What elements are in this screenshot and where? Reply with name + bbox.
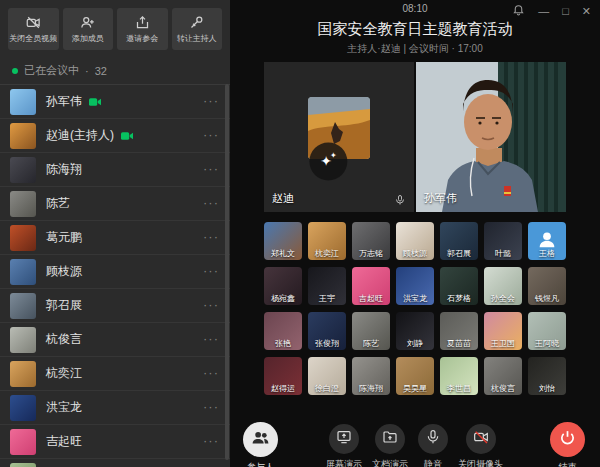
grid-name-label: 万志铭 <box>352 248 390 259</box>
participant-row[interactable]: 陈海翔 ··· <box>0 153 230 187</box>
grid-tile[interactable]: 孙全会 <box>484 267 522 305</box>
meeting-subtitle: 主持人·赵迪 | 会议时间 · 17:00 <box>230 42 600 56</box>
participant-row[interactable]: 李世昌 ··· <box>0 459 230 467</box>
power-icon <box>559 429 576 450</box>
participant-name: 陈艺 <box>46 195 70 212</box>
grid-tile[interactable]: 万志铭 <box>352 222 390 260</box>
grid-tile[interactable]: 石梦格 <box>440 267 478 305</box>
avatar <box>10 123 36 149</box>
more-options-button[interactable]: ··· <box>203 93 219 108</box>
avatar <box>10 89 36 115</box>
minimize-icon[interactable]: — <box>538 5 549 18</box>
maximize-icon[interactable]: □ <box>562 5 569 18</box>
grid-tile[interactable]: 洪宝龙 <box>396 267 434 305</box>
grid-name-label: 陈艺 <box>352 338 390 349</box>
grid-tile[interactable]: 张俊翔 <box>308 312 346 350</box>
participant-row[interactable]: 杭俊言 ··· <box>0 323 230 357</box>
meeting-title: 国家安全教育日主题教育活动 <box>230 20 600 39</box>
participant-name: 杭奕江 <box>46 365 82 382</box>
participant-name: 葛元鹏 <box>46 229 82 246</box>
video-feed <box>416 62 566 212</box>
more-options-button[interactable]: ··· <box>203 331 219 346</box>
bell-icon[interactable] <box>512 3 525 19</box>
end-meeting-button[interactable]: 结束 <box>550 422 585 467</box>
grid-tile[interactable]: 杭俊言 <box>484 357 522 395</box>
grid-name-label: 钱煜凡 <box>528 293 566 304</box>
more-options-button[interactable]: ··· <box>203 127 219 142</box>
grid-tile[interactable]: 王宇 <box>308 267 346 305</box>
grid-name-label: 郭召展 <box>440 248 478 259</box>
avatar <box>10 429 36 455</box>
grid-name-label: 王宇 <box>308 293 346 304</box>
grid-name-label: 杨宛鑫 <box>264 293 302 304</box>
meeting-status-header: 已在会议中 · 32 <box>0 56 230 85</box>
grid-tile[interactable]: 王卫国 <box>484 312 522 350</box>
grid-tile[interactable]: 李世昌 <box>440 357 478 395</box>
avatar <box>10 361 36 387</box>
participant-row[interactable]: 孙军伟 ··· <box>0 85 230 119</box>
close-icon[interactable]: ✕ <box>582 5 591 18</box>
more-options-button[interactable]: ··· <box>203 297 219 312</box>
sidebar-scrollbar[interactable] <box>225 84 229 460</box>
toolbar-button[interactable]: 转让主持人 <box>172 8 223 50</box>
video-on-icon <box>120 130 134 142</box>
footer-button[interactable]: 静音 <box>418 424 448 467</box>
more-options-button[interactable]: ··· <box>203 399 219 414</box>
more-options-button[interactable]: ··· <box>203 195 219 210</box>
meeting-main-area: 08:10 — □ ✕ 国家安全教育日主题教育活动 主持人·赵迪 | 会议时间 … <box>230 0 600 467</box>
grid-tile[interactable]: 杭奕江 <box>308 222 346 260</box>
participant-row[interactable]: 赵迪(主持人) ··· <box>0 119 230 153</box>
status-label: 已在会议中 <box>24 63 79 78</box>
grid-tile[interactable]: 昊昊星 <box>396 357 434 395</box>
grid-tile[interactable]: 刘怡 <box>528 357 566 395</box>
grid-tile[interactable]: 郑礼文 <box>264 222 302 260</box>
participant-row[interactable]: 吉起旺 ··· <box>0 425 230 459</box>
grid-tile[interactable]: 陈海翔 <box>352 357 390 395</box>
sparkle-icon: ✦✦ <box>309 142 347 180</box>
footer-button[interactable]: 关闭摄像头 <box>458 424 503 467</box>
grid-tile[interactable]: 郭召展 <box>440 222 478 260</box>
grid-tile[interactable]: 陈艺 <box>352 312 390 350</box>
grid-name-label: 赵得运 <box>264 383 302 394</box>
grid-tile[interactable]: 赵得运 <box>264 357 302 395</box>
grid-name-label: 王阿晓 <box>528 338 566 349</box>
participant-row[interactable]: 陈艺 ··· <box>0 187 230 221</box>
toolbar-button[interactable]: 添加成员 <box>63 8 114 50</box>
footer-button[interactable]: 屏幕演示 <box>326 424 362 467</box>
grid-tile[interactable]: 王阿晓 <box>528 312 566 350</box>
participant-row[interactable]: 顾枝源 ··· <box>0 255 230 289</box>
participant-list: 孙军伟 ··· 赵迪(主持人) ··· 陈海翔 ··· 陈艺 ··· 葛元鹏 ·… <box>0 85 230 467</box>
grid-tile[interactable]: 徐白澄 <box>308 357 346 395</box>
more-options-button[interactable]: ··· <box>203 229 219 244</box>
grid-tile[interactable]: 吉起旺 <box>352 267 390 305</box>
participant-row[interactable]: 葛元鹏 ··· <box>0 221 230 255</box>
grid-tile[interactable]: 张艳 <box>264 312 302 350</box>
grid-tile[interactable]: 叶懿 <box>484 222 522 260</box>
participants-button[interactable]: 参与人 <box>243 422 278 467</box>
grid-tile[interactable]: 顾枝源 <box>396 222 434 260</box>
avatar <box>10 191 36 217</box>
mic-icon <box>394 193 406 207</box>
more-options-button[interactable]: ··· <box>203 161 219 176</box>
avatar <box>10 157 36 183</box>
grid-tile[interactable]: 王格 <box>528 222 566 260</box>
grid-tile[interactable]: 钱煜凡 <box>528 267 566 305</box>
participant-row[interactable]: 郭召展 ··· <box>0 289 230 323</box>
footer-button[interactable]: 文档演示 <box>372 424 408 467</box>
participant-row[interactable]: 杭奕江 ··· <box>0 357 230 391</box>
more-options-button[interactable]: ··· <box>203 433 219 448</box>
video-tile-sunjunwei[interactable]: 孙军伟 <box>416 62 566 212</box>
toolbar-button[interactable]: 关闭全员视频 <box>8 8 59 50</box>
more-options-button[interactable]: ··· <box>203 263 219 278</box>
grid-tile[interactable]: 杨宛鑫 <box>264 267 302 305</box>
participant-row[interactable]: 洪宝龙 ··· <box>0 391 230 425</box>
grid-tile[interactable]: 刘静 <box>396 312 434 350</box>
video-tile-zhaodi[interactable]: ✦✦ 赵迪 <box>264 62 414 212</box>
camera-off-icon <box>26 15 41 30</box>
toolbar-button[interactable]: 邀请参会 <box>117 8 168 50</box>
participant-name: 赵迪(主持人) <box>46 127 114 144</box>
camera-disable-icon <box>473 429 489 449</box>
grid-tile[interactable]: 夏苗苗 <box>440 312 478 350</box>
more-options-button[interactable]: ··· <box>203 365 219 380</box>
grid-name-label: 刘怡 <box>528 383 566 394</box>
